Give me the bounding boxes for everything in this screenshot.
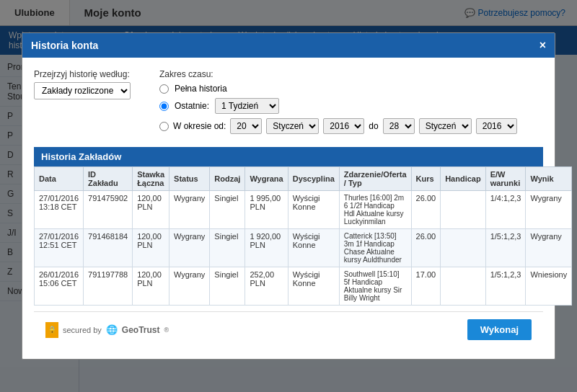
table-cell: 252,00 PLN	[245, 267, 288, 306]
radio-full-history: Pełna historia	[159, 84, 543, 94]
col-data: Data	[35, 167, 84, 191]
modal-title: Historia konta	[31, 40, 98, 51]
col-type: Rodzaj	[210, 167, 245, 191]
col-status: Status	[169, 167, 210, 191]
table-cell: Wniesiony	[526, 267, 572, 306]
table-cell: Wygrany	[169, 267, 210, 306]
radio-last-label: Ostatnie:	[175, 101, 209, 111]
col-odds: Kurs	[411, 167, 441, 191]
filter-select[interactable]: Zakłady rozliczone Zakłady otwarte Wszys…	[34, 82, 131, 99]
to-month-select[interactable]: StyczeńLuty	[419, 118, 472, 134]
table-cell: 26.00	[411, 229, 441, 267]
table-cell	[441, 191, 486, 229]
table-cell: 17.00	[411, 267, 441, 306]
time-range-label: Zakres czasu:	[159, 69, 543, 79]
table-cell: 1/5:1,2,3	[485, 267, 526, 306]
table-row: 26/01/2016 15:06 CET791197788120,00 PLNW…	[35, 267, 572, 306]
from-year-select[interactable]: 20162015	[323, 118, 364, 134]
table-cell: 791475902	[84, 191, 133, 229]
table-cell: 120,00 PLN	[133, 191, 169, 229]
bets-table-section: Historia Zakładów Data ID Zakładu Stawka…	[34, 147, 543, 306]
table-cell	[441, 229, 486, 267]
col-event: Zdarzenie/Oferta / Typ	[339, 167, 411, 191]
geotrust-trademark: ®	[164, 326, 169, 334]
table-cell: Wygrany	[169, 229, 210, 267]
radio-range-input[interactable]	[159, 122, 169, 131]
radio-full-input[interactable]	[159, 84, 169, 94]
table-cell: 26.00	[411, 191, 441, 229]
table-cell: 1 920,00 PLN	[245, 229, 288, 267]
time-range-group: Zakres czasu: Pełna historia Ostatnie: 1…	[159, 69, 543, 138]
radio-last-input[interactable]	[159, 102, 169, 111]
col-stake: Stawka Łączna	[133, 167, 169, 191]
lock-icon: 🔒	[45, 322, 58, 338]
table-cell: Wygrany	[526, 229, 572, 267]
secured-text: secured by	[63, 326, 102, 334]
table-cell: Catterick [13:50] 3m 1f Handicap Chase A…	[339, 229, 411, 267]
table-cell: 27/01/2016 13:18 CET	[35, 191, 84, 229]
table-cell: 1 995,00 PLN	[245, 191, 288, 229]
execute-button[interactable]: Wykonaj	[467, 319, 532, 340]
period-select[interactable]: 1 Tydzień 2 Tygodnie 1 Miesiąc	[215, 98, 279, 114]
table-cell: Singiel	[210, 267, 245, 306]
col-winnings: Wygrana	[245, 167, 288, 191]
radio-full-label: Pełna historia	[175, 84, 227, 94]
geotrust-badge: 🔒 secured by 🌐 GeoTrust ®	[45, 322, 169, 338]
table-cell: Wygrany	[169, 191, 210, 229]
table-cell: 791468184	[84, 229, 133, 267]
modal-overlay: Historia konta × Przejrzyj historię wedł…	[0, 0, 577, 392]
col-result: Wynik	[526, 167, 572, 191]
modal-body: Przejrzyj historię według: Zakłady rozli…	[22, 58, 555, 359]
table-row: 27/01/2016 12:51 CET791468184120,00 PLNW…	[35, 229, 572, 267]
table-cell: Thurles [16:00] 2m 6 1/2f Handicap Hdl A…	[339, 191, 411, 229]
table-header-row: Data ID Zakładu Stawka Łączna Status Rod…	[35, 167, 572, 191]
table-cell: Wyścigi Konne	[288, 191, 339, 229]
col-handicap: Handicap	[441, 167, 486, 191]
modal-header: Historia konta ×	[22, 33, 555, 58]
radio-last-period: Ostatnie: 1 Tydzień 2 Tygodnie 1 Miesiąc	[159, 98, 543, 114]
modal-close-button[interactable]: ×	[539, 39, 546, 52]
table-cell: 120,00 PLN	[133, 267, 169, 306]
table-cell: Singiel	[210, 229, 245, 267]
radio-range-label: W okresie od:	[173, 121, 226, 131]
table-cell: 26/01/2016 15:06 CET	[35, 267, 84, 306]
table-row: 27/01/2016 13:18 CET791475902120,00 PLNW…	[35, 191, 572, 229]
filter-label: Przejrzyj historię według:	[34, 69, 131, 79]
table-cell: Wygrany	[526, 191, 572, 229]
table-cell: 791197788	[84, 267, 133, 306]
col-discipline: Dyscyplina	[288, 167, 339, 191]
filter-group-type: Przejrzyj historię według: Zakłady rozli…	[34, 69, 131, 99]
table-cell: 27/01/2016 12:51 CET	[35, 229, 84, 267]
geotrust-name: GeoTrust	[122, 325, 160, 335]
historia-konta-modal: Historia konta × Przejrzyj historię wedł…	[22, 32, 555, 360]
table-cell: Wyścigi Konne	[288, 267, 339, 306]
table-cell	[441, 267, 486, 306]
table-title: Historia Zakładów	[34, 147, 543, 166]
table-cell: Wyścigi Konne	[288, 229, 339, 267]
table-cell: 1/5:1,2,3	[485, 229, 526, 267]
table-cell: Singiel	[210, 191, 245, 229]
geotrust-logo: 🌐	[106, 324, 118, 335]
col-ew: E/W warunki	[485, 167, 526, 191]
modal-footer: 🔒 secured by 🌐 GeoTrust ® Wykonaj	[34, 311, 543, 347]
table-cell: Southwell [15:10] 5f Handicap Aktualne k…	[339, 267, 411, 306]
to-day-select[interactable]: 2827	[383, 118, 415, 134]
radio-date-range: W okresie od: 202122 StyczeńLuty 2016201…	[159, 118, 543, 134]
bets-table: Data ID Zakładu Stawka Łączna Status Rod…	[34, 166, 572, 306]
to-year-select[interactable]: 20162015	[476, 118, 517, 134]
filter-row: Przejrzyj historię według: Zakłady rozli…	[34, 69, 543, 138]
col-id: ID Zakładu	[84, 167, 133, 191]
from-day-select[interactable]: 202122	[230, 118, 262, 134]
from-month-select[interactable]: StyczeńLuty	[266, 118, 319, 134]
table-cell: 120,00 PLN	[133, 229, 169, 267]
to-label: do	[369, 121, 378, 131]
table-cell: 1/4:1,2,3	[485, 191, 526, 229]
